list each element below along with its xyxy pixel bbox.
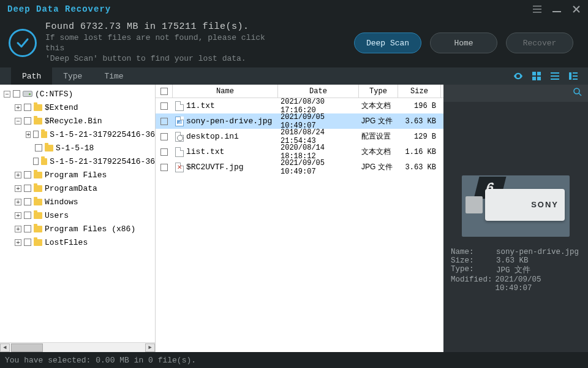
window-buttons — [533, 5, 581, 13]
tab-type[interactable]: Type — [52, 67, 93, 85]
minimize-icon[interactable] — [552, 11, 561, 12]
tree-checkbox[interactable] — [33, 158, 39, 165]
expand-toggle[interactable]: + — [15, 104, 21, 111]
right-pane: 6 Name:sony-pen-drive.jpg Size:3.63 KB T… — [443, 85, 588, 352]
tree-node[interactable]: S-1-5-18 — [4, 141, 155, 155]
expand-toggle[interactable]: + — [15, 172, 21, 178]
folder-icon — [41, 158, 47, 165]
tree-node[interactable]: S-1-5-21-3179225416-36 — [4, 155, 155, 168]
table-row[interactable]: 11.txt2021/08/30 17:16:20文本文档196 B — [156, 98, 443, 113]
menu-icon[interactable] — [533, 5, 541, 13]
tree-label: ProgramData — [45, 184, 97, 193]
tree-label: $Extend — [45, 103, 78, 112]
scroll-right-icon[interactable]: ► — [145, 343, 155, 352]
list-view-icon[interactable] — [550, 71, 560, 81]
row-checkbox[interactable] — [160, 164, 168, 171]
svg-line-12 — [579, 93, 581, 96]
usb-plug — [466, 196, 483, 213]
expand-toggle[interactable]: − — [15, 118, 21, 125]
tree-checkbox[interactable] — [24, 171, 31, 178]
recover-button[interactable]: Recover — [506, 33, 573, 53]
detail-view-icon[interactable] — [568, 71, 578, 81]
row-checkbox-cell — [156, 129, 173, 144]
row-type: 配置设置 — [359, 129, 398, 144]
folder-icon — [34, 104, 42, 111]
tree-label: S-1-5-21-3179225416-36 — [50, 130, 155, 139]
meta-type-value: JPG 文件 — [496, 265, 530, 275]
status-text: You have selected: 0.00 MB in 0 file(s). — [5, 356, 196, 365]
svg-rect-7 — [569, 72, 571, 80]
tree-checkbox[interactable] — [24, 104, 31, 111]
tree-checkbox[interactable] — [24, 212, 31, 219]
tree-checkbox[interactable] — [24, 185, 31, 192]
header-text: Found 6732.73 MB in 175211 file(s). If s… — [45, 21, 278, 64]
tree-node[interactable]: +$Extend — [4, 101, 155, 114]
row-type: 文本文档 — [359, 144, 398, 159]
tree-node[interactable]: +ProgramData — [4, 182, 155, 195]
search-input[interactable] — [450, 89, 573, 98]
preview-toggle-icon[interactable] — [513, 71, 523, 81]
svg-rect-5 — [551, 75, 559, 77]
tree-node[interactable]: +Users — [4, 209, 155, 222]
tree-node[interactable]: +LostFiles — [4, 236, 155, 249]
table-row[interactable]: $RC2UVTF.jpg2021/09/05 10:49:07JPG 文件3.6… — [156, 159, 443, 175]
tab-time[interactable]: Time — [93, 67, 134, 85]
header-buttons: Deep Scan Home Recover — [354, 33, 573, 53]
tree-node[interactable]: +S-1-5-21-3179225416-36 — [4, 128, 155, 141]
table-row[interactable]: desktop.ini2018/08/24 21:54:43配置设置129 B — [156, 129, 443, 144]
row-size: 1.16 KB — [398, 144, 441, 159]
tree-label: Windows — [45, 197, 78, 207]
row-size: 196 B — [398, 98, 441, 113]
tab-path[interactable]: Path — [11, 67, 52, 85]
header-type[interactable]: Type — [359, 85, 398, 98]
row-checkbox[interactable] — [160, 148, 168, 156]
titlebar: Deep Data Recovery — [0, 0, 588, 18]
row-checkbox[interactable] — [160, 118, 168, 125]
expand-toggle[interactable]: − — [4, 91, 10, 98]
table-row[interactable]: list.txt2020/08/14 18:18:12文本文档1.16 KB — [156, 144, 443, 159]
scroll-thumb[interactable] — [11, 343, 43, 352]
header-date[interactable]: Date — [278, 85, 359, 98]
expand-toggle[interactable]: + — [15, 239, 21, 246]
tree-label: $Recycle.Bin — [45, 117, 102, 126]
deep-scan-button[interactable]: Deep Scan — [354, 33, 421, 53]
expand-toggle[interactable]: + — [15, 199, 21, 205]
row-checkbox[interactable] — [160, 102, 168, 110]
header-size[interactable]: Size — [398, 85, 441, 98]
home-button[interactable]: Home — [430, 33, 497, 53]
expand-toggle[interactable]: + — [15, 185, 21, 192]
expand-toggle — [26, 158, 31, 165]
tree-checkbox[interactable] — [24, 225, 31, 232]
tree-root[interactable]: − (C:NTFS) — [4, 87, 155, 101]
folder-tree: − (C:NTFS) +$Extend−$Recycle.Bin+S-1-5-2… — [0, 85, 155, 249]
tree-label: S-1-5-18 — [56, 144, 94, 153]
table-row[interactable]: sony-pen-drive.jpg2021/09/05 10:49:07JPG… — [156, 113, 443, 129]
folder-icon — [34, 185, 42, 192]
close-icon[interactable] — [572, 5, 581, 13]
expand-toggle[interactable]: + — [15, 226, 21, 232]
tree-node[interactable]: +Windows — [4, 195, 155, 209]
expand-toggle[interactable]: + — [15, 212, 21, 219]
header-name[interactable]: Name — [173, 85, 278, 98]
tree-node[interactable]: −$Recycle.Bin — [4, 114, 155, 128]
scroll-left-icon[interactable]: ◄ — [0, 343, 10, 352]
search-bar — [443, 85, 588, 102]
tree-node[interactable]: +Program Files (x86) — [4, 222, 155, 236]
row-name-cell: 11.txt — [173, 98, 278, 113]
tree-checkbox[interactable] — [13, 90, 20, 98]
file-icon — [175, 117, 184, 126]
tree-checkbox[interactable] — [24, 198, 31, 205]
grid-view-icon[interactable] — [532, 71, 541, 81]
header-checkbox[interactable] — [156, 85, 173, 98]
expand-toggle[interactable]: + — [26, 131, 31, 138]
tree-checkbox[interactable] — [24, 117, 31, 125]
tree-checkbox[interactable] — [24, 239, 31, 246]
row-checkbox[interactable] — [160, 133, 168, 140]
search-icon[interactable] — [573, 88, 582, 99]
tree-label: Users — [45, 211, 69, 220]
tree-checkbox[interactable] — [33, 131, 39, 138]
tree-node[interactable]: +Program Files — [4, 168, 155, 182]
tree-horizontal-scrollbar[interactable]: ◄ ► — [0, 342, 155, 352]
tree-checkbox[interactable] — [35, 144, 42, 151]
file-metadata: Name:sony-pen-drive.jpg Size:3.63 KB Typ… — [451, 248, 581, 293]
